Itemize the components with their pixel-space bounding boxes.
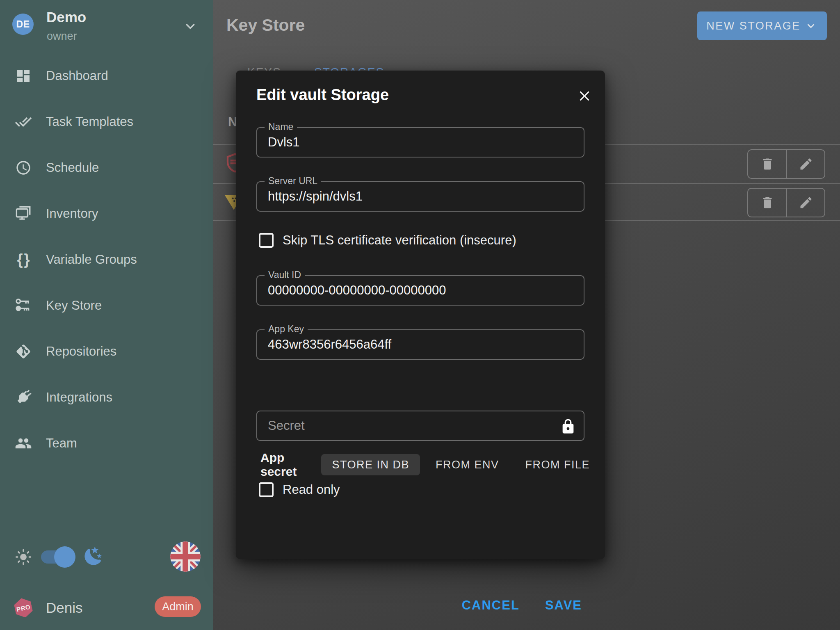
edit-button[interactable]	[786, 150, 824, 178]
app-secret-source-row: App secret STORE IN DB FROM ENV FROM FIL…	[260, 454, 584, 475]
sidebar-item-task-templates[interactable]: Task Templates	[0, 99, 213, 145]
admin-badge: Admin	[155, 596, 201, 617]
segment-store-in-db[interactable]: STORE IN DB	[321, 454, 420, 475]
app-key-field: App Key	[256, 329, 584, 360]
server-url-field: Server URL	[256, 181, 584, 212]
check-all-icon	[15, 113, 32, 130]
sidebar-item-repositories[interactable]: Repositories	[0, 329, 213, 374]
edit-vault-storage-dialog: Edit vault Storage Name Server URL Skip …	[236, 71, 605, 559]
app-secret-label: App secret	[260, 451, 297, 479]
segment-from-file[interactable]: FROM FILE	[514, 454, 600, 475]
read-only-checkbox[interactable]	[259, 482, 274, 497]
edit-button[interactable]	[786, 189, 824, 217]
keys-icon	[15, 297, 32, 314]
sun-icon	[14, 548, 32, 566]
storage-row-actions	[747, 149, 825, 179]
team-icon	[15, 435, 32, 452]
sidebar-nav: Dashboard Task Templates Schedule Invent…	[0, 53, 213, 466]
secret-input[interactable]	[257, 411, 584, 440]
new-storage-button[interactable]: NEW STORAGE	[697, 11, 827, 40]
dialog-actions: CANCEL SAVE	[462, 598, 582, 613]
save-button[interactable]: SAVE	[545, 598, 582, 613]
dialog-title: Edit vault Storage	[256, 86, 389, 104]
lock-icon[interactable]	[560, 418, 576, 435]
delete-button[interactable]	[748, 189, 786, 217]
app-key-input[interactable]	[257, 330, 584, 359]
clock-icon	[15, 159, 32, 176]
dark-mode-toggle[interactable]	[41, 550, 74, 564]
name-input[interactable]	[257, 128, 584, 157]
server-url-input[interactable]	[257, 182, 584, 211]
user-name: Denis	[46, 600, 82, 616]
skip-tls-label: Skip TLS certificate verification (insec…	[283, 233, 516, 248]
close-icon[interactable]	[576, 88, 593, 104]
sidebar: DE Demo owner Dashboard Task Templates S…	[0, 0, 213, 630]
project-role: owner	[47, 30, 77, 43]
sidebar-item-key-store[interactable]: Key Store	[0, 283, 213, 329]
name-field: Name	[256, 127, 584, 158]
vault-id-input[interactable]	[257, 276, 584, 305]
sidebar-item-team[interactable]: Team	[0, 420, 213, 466]
cancel-button[interactable]: CANCEL	[462, 598, 520, 613]
project-name: Demo	[46, 9, 86, 25]
secret-field	[256, 411, 584, 441]
page-title: Key Store	[226, 16, 305, 35]
monitor-multiple-icon	[15, 205, 32, 222]
sidebar-item-dashboard[interactable]: Dashboard	[0, 53, 213, 99]
sidebar-item-integrations[interactable]: Integrations	[0, 374, 213, 420]
pro-badge: PRO	[12, 596, 34, 619]
sidebar-item-inventory[interactable]: Inventory	[0, 191, 213, 237]
read-only-checkbox-row[interactable]: Read only	[259, 482, 340, 497]
chevron-down-icon	[181, 17, 199, 35]
project-avatar: DE	[12, 14, 34, 35]
vault-id-field: Vault ID	[256, 275, 584, 306]
moon-stars-icon[interactable]	[83, 546, 104, 567]
storage-row-actions	[747, 188, 825, 217]
git-icon	[15, 343, 32, 360]
chevron-down-icon	[804, 19, 818, 33]
skip-tls-checkbox-row[interactable]: Skip TLS certificate verification (insec…	[259, 233, 516, 248]
braces-icon: { }	[15, 251, 32, 268]
project-switcher[interactable]: DE Demo owner	[0, 0, 213, 53]
sidebar-item-schedule[interactable]: Schedule	[0, 145, 213, 191]
segment-from-env[interactable]: FROM ENV	[425, 454, 510, 475]
skip-tls-checkbox[interactable]	[259, 233, 274, 248]
dashboard-icon	[15, 67, 32, 84]
language-flag-uk[interactable]	[170, 541, 201, 572]
sidebar-item-variable-groups[interactable]: { } Variable Groups	[0, 237, 213, 283]
power-plug-icon	[15, 389, 32, 406]
toggle-knob	[54, 546, 75, 568]
user-menu[interactable]: PRO Denis Admin	[0, 592, 213, 623]
read-only-label: Read only	[283, 482, 340, 497]
delete-button[interactable]	[748, 150, 786, 178]
